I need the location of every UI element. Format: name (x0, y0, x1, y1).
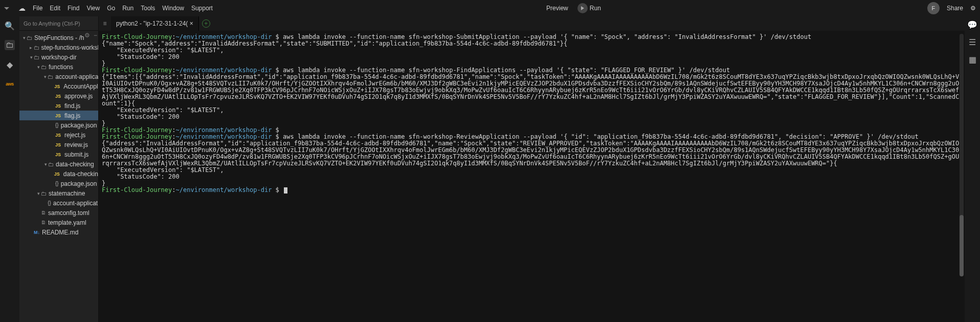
js-file-icon: JS (54, 171, 61, 177)
tab-add[interactable]: + (199, 16, 213, 31)
goto-anything-input[interactable]: Go to Anything (Ctrl-P) (19, 16, 98, 31)
tree-item[interactable]: {}package.json (19, 120, 98, 130)
tree-item[interactable]: JSreview.js (19, 140, 98, 149)
md-file-icon: M↓ (34, 230, 40, 235)
tab-list-icon[interactable]: ≡ (99, 16, 111, 31)
menu-item-edit[interactable]: Edit (50, 5, 60, 12)
run-label: Run (590, 5, 601, 12)
debug-icon[interactable]: ▦ (967, 54, 977, 65)
terminal-output-line: "ExecutedVersion": "$LATEST", (102, 47, 962, 54)
gear-icon[interactable]: ⚙ (970, 5, 976, 12)
tree-item-label: samconfig.toml (48, 209, 90, 217)
file-tree: ⚙ − ▾🗀StepFunctions - /h ▸🗀step-function… (19, 31, 98, 322)
tree-item[interactable]: 🗎template.yaml (19, 218, 98, 227)
terminal-output-line: {"address":"InvalidAddressFormat","id":"… (102, 140, 962, 167)
tree-item-label: reject.js (64, 132, 85, 139)
menu-item-run[interactable]: Run (122, 5, 133, 12)
file-icon: 🗎 (41, 220, 46, 225)
tree-item[interactable]: JSsubmit.js (19, 149, 98, 159)
folder-icon: 🗀 (48, 161, 54, 167)
tree-item[interactable]: JSflag.js (19, 111, 98, 120)
terminal-cursor (284, 187, 287, 194)
tree-item[interactable]: ▾🗀data-checking (19, 159, 98, 169)
tree-item[interactable]: 🗎samconfig.toml (19, 208, 98, 218)
tab-bar: ≡ python2 - "ip-172-31-1-24( × + (99, 16, 965, 31)
tree-item[interactable]: JSreject.js (19, 130, 98, 140)
tree-collapse-icon[interactable]: − (94, 32, 97, 39)
tree-item[interactable]: JSAccountApplica (19, 81, 98, 91)
tree-item-label: functions (49, 63, 73, 71)
tree-item-label: review.js (64, 141, 88, 148)
tree-item[interactable]: ▾🗀statemachine (19, 188, 98, 198)
preview-button[interactable]: Preview (546, 5, 568, 12)
menu-item-support[interactable]: Support (191, 5, 213, 12)
tree-item-label: account-applicati (55, 73, 98, 80)
tree-item[interactable]: M↓README.md (19, 227, 98, 237)
tree-item-label: workshop-dir (41, 54, 77, 61)
json-file-icon: {} (55, 122, 59, 128)
tree-item-label: account-applicatio (53, 200, 98, 207)
avatar[interactable]: F (927, 2, 940, 14)
tree-item[interactable]: ▾🗀account-applicati (19, 72, 98, 81)
folder-icon: 🗀 (34, 45, 39, 51)
terminal-output-line: "ExecutedVersion": "$LATEST", (102, 107, 962, 114)
tree-item[interactable]: ▸🗀step-functions-worksh (19, 42, 98, 52)
menu-item-go[interactable]: Go (107, 5, 115, 12)
tree-item[interactable]: {}package.json (19, 179, 98, 188)
tree-item-label: data-checking (56, 161, 94, 168)
js-file-icon: JS (55, 94, 62, 99)
terminal-output-line: {"Items":[{"address":"InvalidAddressForm… (102, 74, 962, 107)
terminal-tab[interactable]: python2 - "ip-172-31-1-24( × (111, 16, 199, 31)
terminal-output-line: "ExecutedVersion": "$LATEST", (102, 167, 962, 174)
run-play-icon (577, 3, 588, 13)
outline-icon[interactable]: ☰ (967, 37, 977, 47)
share-button[interactable]: Share (947, 5, 963, 12)
tree-item-label: approve.js (64, 93, 93, 100)
scrollbar-thumb[interactable] (960, 215, 964, 276)
cloud9-icon[interactable]: ☁ (18, 4, 26, 12)
search-icon[interactable]: 🔍 (5, 20, 15, 31)
terminal-output-line: "StatusCode": 200 (102, 114, 962, 120)
tree-item[interactable]: JSapprove.js (19, 91, 98, 101)
left-activity-rail: 🔍 🗀 ◆ aws (0, 16, 19, 322)
aws-icon[interactable]: aws (5, 79, 15, 89)
js-file-icon: JS (55, 152, 62, 157)
tree-item-label: data-checking.js (63, 170, 98, 178)
menu-item-tools[interactable]: Tools (141, 5, 155, 12)
folder-icon: 🗀 (41, 64, 47, 70)
file-icon: 🗎 (41, 210, 46, 216)
tree-item[interactable]: ▾🗀functions (19, 62, 98, 72)
plus-circle-icon: + (202, 19, 210, 28)
menu-dropdown-icon[interactable] (4, 7, 9, 10)
tree-item[interactable]: ▾🗀workshop-dir (19, 52, 98, 62)
terminal-output-line: "StatusCode": 200 (102, 174, 962, 180)
tree-item[interactable]: JSfind.js (19, 101, 98, 111)
tab-title: python2 - "ip-172-31-1-24( × (116, 20, 193, 27)
menu-item-window[interactable]: Window (162, 5, 184, 12)
tree-item-label: step-functions-worksh (41, 44, 98, 51)
terminal-panel[interactable]: First-Cloud-Journey:~/environment/worksh… (99, 31, 965, 322)
tree-item[interactable]: JSdata-checking.js (19, 169, 98, 179)
js-file-icon: JS (55, 113, 62, 118)
editor-main: ≡ python2 - "ip-172-31-1-24( × + First-C… (99, 16, 965, 322)
run-group[interactable]: Run (577, 3, 601, 13)
file-explorer-sidebar: Go to Anything (Ctrl-P) ⚙ − ▾🗀StepFuncti… (19, 16, 99, 322)
folder-icon: 🗀 (41, 190, 47, 197)
tree-item-label: AccountApplica (63, 83, 98, 90)
right-rail: 💬 ☰ ▦ (965, 16, 980, 322)
scrollbar-track (960, 34, 964, 228)
terminal-output-line: "StatusCode": 200 (102, 54, 962, 60)
js-file-icon: JS (55, 133, 62, 138)
tree-item[interactable]: {}account-applicatio (19, 198, 98, 208)
menu-item-find[interactable]: Find (68, 5, 79, 12)
folder-icon[interactable]: 🗀 (5, 40, 15, 50)
js-file-icon: JS (55, 142, 62, 147)
tree-item-label: flag.js (64, 112, 80, 119)
tree-item-label: template.yaml (48, 219, 86, 226)
tree-settings-icon[interactable]: ⚙ (84, 32, 90, 39)
source-control-icon[interactable]: ◆ (5, 59, 15, 70)
menu-item-view[interactable]: View (86, 5, 100, 12)
collaborate-icon[interactable]: 💬 (967, 19, 977, 30)
menu-bar: ☁ FileEditFindViewGoRunToolsWindowSuppor… (0, 0, 980, 16)
menu-item-file[interactable]: File (33, 5, 42, 12)
